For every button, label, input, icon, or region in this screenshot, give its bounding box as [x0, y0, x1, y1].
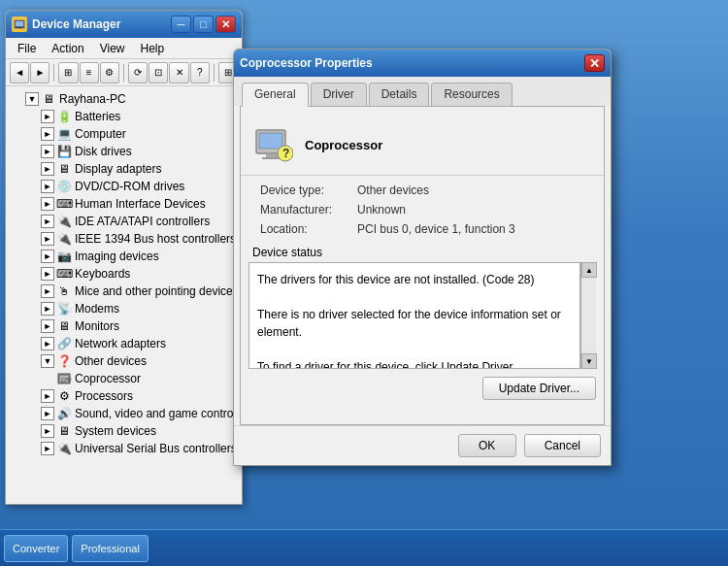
titlebar-controls: ─ □ ✕ [171, 16, 236, 33]
tree-item-keyboards[interactable]: ► ⌨ Keyboards [6, 265, 242, 283]
tree-toggle-ieee[interactable]: ► [41, 232, 54, 246]
tree-item-display[interactable]: ► 🖥 Display adapters [6, 160, 242, 178]
tab-driver[interactable]: Driver [311, 83, 367, 106]
toolbar-forward[interactable]: ► [30, 62, 50, 83]
device-manager-window: Device Manager ─ □ ✕ File Action View He… [5, 10, 243, 505]
battery-icon: 🔋 [56, 109, 72, 124]
manufacturer-label: Manufacturer: [260, 203, 357, 216]
status-scrollbar[interactable]: ▲ ▼ [580, 262, 596, 369]
location-value: PCI bus 0, device 1, function 3 [357, 222, 584, 236]
update-driver-button[interactable]: Update Driver... [482, 377, 596, 400]
tree-toggle-disk[interactable]: ► [41, 145, 54, 158]
menu-action[interactable]: Action [44, 40, 91, 57]
tree-item-network[interactable]: ► 🔗 Network adapters [6, 335, 242, 352]
tree-label-hid: Human Interface Devices [75, 197, 206, 211]
tree-item-usb[interactable]: ► 🔌 Universal Serial Bus controllers [6, 440, 242, 457]
tree-toggle-network[interactable]: ► [41, 337, 54, 350]
tree-toggle-ide[interactable]: ► [41, 215, 54, 228]
tree-item-coprocessor[interactable]: CPU Coprocessor [6, 370, 242, 387]
tree-toggle-display[interactable]: ► [41, 162, 54, 176]
tree-toggle-keyboards[interactable]: ► [41, 267, 54, 281]
tree-toggle-system[interactable]: ► [41, 424, 54, 438]
tree-toggle-other[interactable]: ▼ [41, 354, 54, 368]
tree-toggle-computer[interactable]: ► [41, 127, 54, 141]
tree-toggle-monitors[interactable]: ► [41, 319, 54, 333]
tree-toggle-imaging[interactable]: ► [41, 250, 54, 263]
toolbar-back[interactable]: ◄ [10, 62, 29, 83]
tree-item-monitors[interactable]: ► 🖥 Monitors [6, 317, 242, 335]
tree-item-mice[interactable]: ► 🖱 Mice and other pointing devices [6, 283, 242, 300]
close-button[interactable]: ✕ [215, 16, 236, 33]
tree-toggle-root[interactable]: ▼ [25, 92, 39, 106]
coprocessor-icon: CPU [56, 371, 72, 386]
menu-view[interactable]: View [92, 40, 133, 57]
dialog-close-button[interactable]: ✕ [584, 54, 605, 72]
tree-item-ieee[interactable]: ► 🔌 IEEE 1394 Bus host controllers [6, 230, 242, 248]
tree-toggle-usb[interactable]: ► [41, 442, 54, 455]
svg-rect-7 [259, 133, 282, 149]
usb-icon: 🔌 [56, 441, 72, 456]
computer-icon: 🖥 [41, 91, 56, 107]
tree-label-ide: IDE ATA/ATAPI controllers [75, 215, 210, 228]
tree-label-system: System devices [75, 424, 156, 438]
cancel-button[interactable]: Cancel [524, 434, 601, 457]
tab-details[interactable]: Details [369, 83, 430, 106]
tree-item-ide[interactable]: ► 🔌 IDE ATA/ATAPI controllers [6, 213, 242, 230]
toolbar-btn1[interactable]: ⊞ [58, 62, 78, 83]
tree-item-modems[interactable]: ► 📡 Modems [6, 300, 242, 317]
tree-item-processors[interactable]: ► ⚙ Processors [6, 387, 242, 405]
tree-toggle-hid[interactable]: ► [41, 197, 54, 211]
tree-item-diskdrives[interactable]: ► 💾 Disk drives [6, 143, 242, 160]
tree-toggle-processors[interactable]: ► [41, 389, 54, 403]
device-manager-titlebar: Device Manager ─ □ ✕ [6, 11, 242, 38]
device-big-icon: ? [252, 124, 293, 165]
tree-label-disk: Disk drives [75, 145, 132, 158]
tree-item-hid[interactable]: ► ⌨ Human Interface Devices [6, 195, 242, 213]
ieee-icon: 🔌 [56, 231, 72, 247]
location-label: Location: [260, 222, 357, 236]
svg-text:?: ? [282, 147, 289, 160]
titlebar-icon [12, 17, 27, 32]
taskbar-item-converter[interactable]: Converter [4, 535, 68, 562]
menu-file[interactable]: File [10, 40, 44, 57]
processor-icon: ⚙ [56, 388, 72, 404]
tree-toggle-sound[interactable]: ► [41, 407, 54, 420]
scrollbar-up-arrow[interactable]: ▲ [581, 262, 597, 278]
ok-button[interactable]: OK [458, 434, 516, 457]
device-manager-title: Device Manager [32, 17, 171, 31]
toolbar-btn5[interactable]: ⊡ [149, 62, 168, 83]
tree-item-other[interactable]: ▼ ❓ Other devices [6, 352, 242, 370]
tree-item-root[interactable]: ▼ 🖥 Rayhana-PC [6, 90, 242, 108]
scrollbar-down-arrow[interactable]: ▼ [581, 353, 597, 369]
tree-label-coprocessor: Coprocessor [75, 372, 141, 385]
device-type-value: Other devices [357, 183, 584, 197]
tree-toggle-dvd[interactable]: ► [41, 180, 54, 193]
toolbar-btn3[interactable]: ⚙ [100, 62, 119, 83]
tree-item-batteries[interactable]: ► 🔋 Batteries [6, 108, 242, 125]
taskbar-item-professional[interactable]: Professional [72, 535, 149, 562]
tree-item-system[interactable]: ► 🖥 System devices [6, 422, 242, 440]
device-status-box: The drivers for this device are not inst… [248, 262, 580, 369]
tree-item-dvd[interactable]: ► 💿 DVD/CD-ROM drives [6, 178, 242, 195]
dvd-icon: 💿 [56, 179, 72, 194]
toolbar-btn2[interactable]: ≡ [80, 62, 99, 83]
tree-toggle-mice[interactable]: ► [41, 284, 54, 298]
toolbar-btn7[interactable]: ? [190, 62, 210, 83]
tree-item-computer[interactable]: ► 💻 Computer [6, 125, 242, 143]
toolbar-btn6[interactable]: ✕ [169, 62, 188, 83]
maximize-button[interactable]: □ [193, 16, 214, 33]
tree-toggle-modems[interactable]: ► [41, 302, 54, 316]
minimize-button[interactable]: ─ [171, 16, 191, 33]
tab-general[interactable]: General [242, 83, 309, 107]
dialog-overlay: Coprocessor Properties ✕ General Driver … [233, 49, 612, 466]
tab-resources[interactable]: Resources [431, 83, 512, 106]
tree-item-sound[interactable]: ► 🔊 Sound, video and game controllers [6, 405, 242, 422]
coprocessor-dialog: Coprocessor Properties ✕ General Driver … [233, 49, 612, 466]
camera-icon: 📷 [56, 249, 72, 264]
toolbar-btn4[interactable]: ⟳ [128, 62, 148, 83]
menubar: File Action View Help [6, 38, 242, 59]
taskbar: Converter Professional [0, 529, 728, 566]
tree-toggle-batteries[interactable]: ► [41, 110, 54, 123]
menu-help[interactable]: Help [133, 40, 173, 57]
tree-item-imaging[interactable]: ► 📷 Imaging devices [6, 248, 242, 265]
